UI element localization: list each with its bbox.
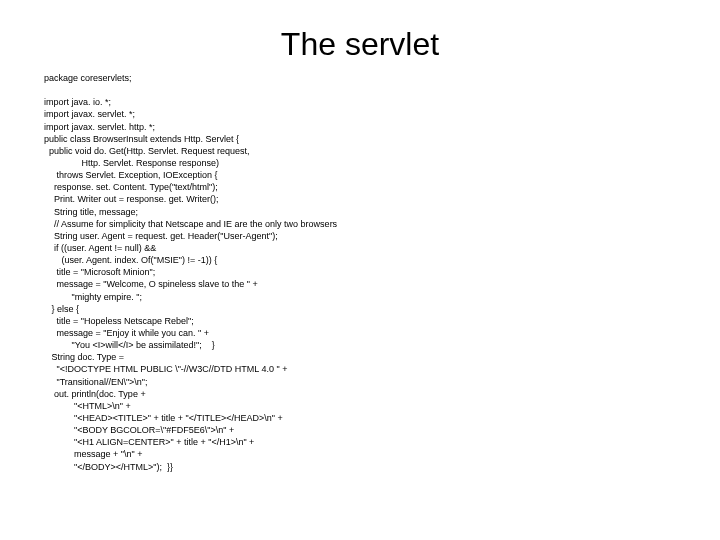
slide-title: The servlet <box>0 26 720 63</box>
code-block: package coreservlets; import java. io. *… <box>44 72 337 473</box>
